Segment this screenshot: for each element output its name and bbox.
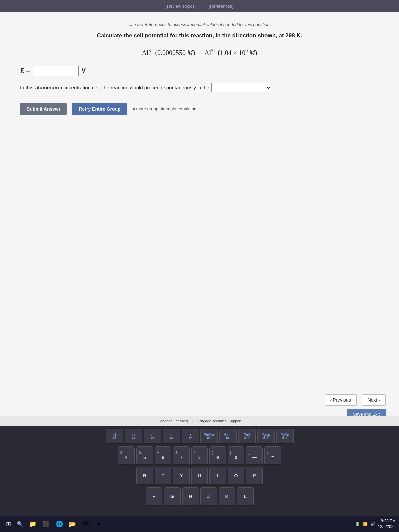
key-r[interactable]: R bbox=[136, 467, 153, 485]
period: . bbox=[273, 85, 275, 90]
key-f6[interactable]: ☼ F6 bbox=[163, 429, 180, 444]
equation-block: Al3+ (0.0000550 M) → Al3+ (1.04 × 100 M) bbox=[20, 48, 379, 57]
key-f[interactable]: F bbox=[146, 487, 162, 506]
spontaneous-bold: aluminum bbox=[35, 85, 59, 90]
key-f8[interactable]: PrtScn F8 bbox=[200, 429, 218, 444]
wifi-icon: 📶 bbox=[363, 522, 368, 526]
key-o[interactable]: O bbox=[228, 467, 244, 485]
top-toolbar: [Review Topics] [References] bbox=[0, 0, 399, 12]
taskbar-file-explorer[interactable]: 📁 bbox=[27, 518, 38, 530]
clock-date: 12/2/2022 bbox=[378, 524, 396, 530]
key-p[interactable]: P bbox=[246, 467, 263, 485]
previous-button[interactable]: Previous bbox=[325, 394, 357, 406]
taskbar-clock[interactable]: 8:23 PM 12/2/2022 bbox=[378, 518, 396, 530]
key-f3[interactable]: ◁| F3 bbox=[106, 429, 123, 444]
key-g[interactable]: G bbox=[164, 487, 181, 506]
key-k[interactable]: K bbox=[219, 487, 235, 506]
key-h[interactable]: H bbox=[182, 487, 199, 506]
taskbar-system-tray: 🔋 📶 🔊 8:23 PM 12/2/2022 bbox=[355, 518, 396, 530]
key-f4[interactable]: ◁) F4 bbox=[125, 429, 142, 444]
key-5[interactable]: % 5 bbox=[136, 446, 153, 465]
footer-links: Cengage Learning | Cengage Technical Sup… bbox=[0, 416, 399, 426]
key-t[interactable]: T bbox=[155, 467, 171, 485]
attempts-text: 4 more group attempts remaining bbox=[133, 106, 196, 111]
key-f5[interactable]: ▷|| F5 bbox=[144, 429, 161, 444]
taskbar-media[interactable]: ⬛ bbox=[40, 518, 52, 530]
key-0[interactable]: ) 0 bbox=[228, 446, 244, 465]
keyboard-area: ◁| F3 ◁) F4 ▷|| F5 ☼ F6 ✦ F7 PrtScn F8 H… bbox=[0, 426, 399, 516]
key-8[interactable]: * 8 bbox=[191, 446, 208, 465]
key-minus[interactable]: _ — bbox=[246, 446, 263, 465]
key-u[interactable]: U bbox=[191, 467, 208, 485]
taskbar-maps[interactable]: 🗺 bbox=[80, 518, 91, 530]
key-f7[interactable]: ✦ F7 bbox=[182, 429, 199, 444]
e-label: E = bbox=[20, 67, 30, 75]
spontaneous-text-1: In this bbox=[20, 85, 33, 90]
spontaneous-line: In this aluminum concentration cell, the… bbox=[20, 83, 379, 92]
cengage-learning-link[interactable]: Cengage Learning bbox=[158, 419, 188, 423]
battery-icon: 🔋 bbox=[355, 522, 360, 526]
references-link[interactable]: [References] bbox=[209, 4, 233, 9]
key-7[interactable]: & 7 bbox=[173, 446, 190, 465]
question-title: Calculate the cell potential for this re… bbox=[20, 32, 379, 39]
key-i[interactable]: I bbox=[209, 467, 226, 485]
taskbar-chrome[interactable]: ● bbox=[93, 518, 105, 530]
search-button[interactable]: 🔍 bbox=[16, 519, 25, 529]
key-6[interactable]: ^ 6 bbox=[155, 446, 171, 465]
fn-key-row: ◁| F3 ◁) F4 ▷|| F5 ☼ F6 ✦ F7 PrtScn F8 H… bbox=[4, 429, 395, 444]
equation-text: Al3+ (0.0000550 M) → Al3+ (1.04 × 100 M) bbox=[142, 49, 257, 56]
nav-area: Previous Next bbox=[0, 394, 399, 406]
reference-note: Use the References to access important v… bbox=[128, 22, 271, 27]
key-l[interactable]: L bbox=[237, 487, 254, 506]
letter-row-1: R T Y U I O P bbox=[4, 467, 395, 485]
key-y[interactable]: Y bbox=[173, 467, 190, 485]
cengage-support-link[interactable]: Cengage Technical Support bbox=[197, 419, 241, 423]
review-topics-link[interactable]: [Review Topics] bbox=[166, 4, 196, 9]
retry-group-button[interactable]: Retry Entire Group bbox=[72, 103, 127, 115]
e-input-line: E = V bbox=[20, 66, 379, 76]
clock-time: 8:23 PM bbox=[378, 518, 396, 524]
spontaneous-text-2: concentration cell, the reaction would p… bbox=[61, 85, 209, 90]
taskbar-folder[interactable]: 📂 bbox=[67, 518, 78, 530]
e-value-input[interactable] bbox=[33, 66, 79, 76]
browser-window: [Review Topics] [References] ‹ Use the R… bbox=[0, 0, 399, 426]
key-f9[interactable]: Home F9 bbox=[219, 429, 237, 444]
number-row: $ 4 % 5 ^ 6 & 7 * 8 ( 9 ) 0 _ — bbox=[4, 446, 395, 465]
volume-icon: 🔊 bbox=[370, 522, 375, 526]
key-j[interactable]: J bbox=[200, 487, 217, 506]
reference-bar: Use the References to access important v… bbox=[20, 22, 379, 27]
taskbar: ⊞ 🔍 📁 ⬛ 🌐 📂 🗺 ● 🔋 📶 🔊 8:23 PM 12/2/2022 bbox=[0, 516, 399, 532]
start-button[interactable]: ⊞ bbox=[3, 519, 14, 529]
key-4[interactable]: $ 4 bbox=[118, 446, 135, 465]
key-f12[interactable]: PgDn F12 bbox=[276, 429, 294, 444]
content-area: Use the References to access important v… bbox=[0, 12, 399, 426]
submit-answer-button[interactable]: Submit Answer bbox=[20, 103, 67, 115]
key-f10[interactable]: End F10 bbox=[238, 429, 256, 444]
button-row: Submit Answer Retry Entire Group 4 more … bbox=[20, 103, 379, 115]
key-equals[interactable]: + = bbox=[264, 446, 281, 465]
direction-select[interactable]: forward direction reverse direction bbox=[211, 83, 271, 92]
key-9[interactable]: ( 9 bbox=[209, 446, 226, 465]
next-button[interactable]: Next bbox=[362, 394, 386, 406]
letter-row-2: F G H J K L bbox=[4, 487, 395, 506]
e-unit: V bbox=[82, 67, 86, 74]
taskbar-edge[interactable]: 🌐 bbox=[54, 518, 65, 530]
key-f11[interactable]: PgUp F11 bbox=[257, 429, 275, 444]
